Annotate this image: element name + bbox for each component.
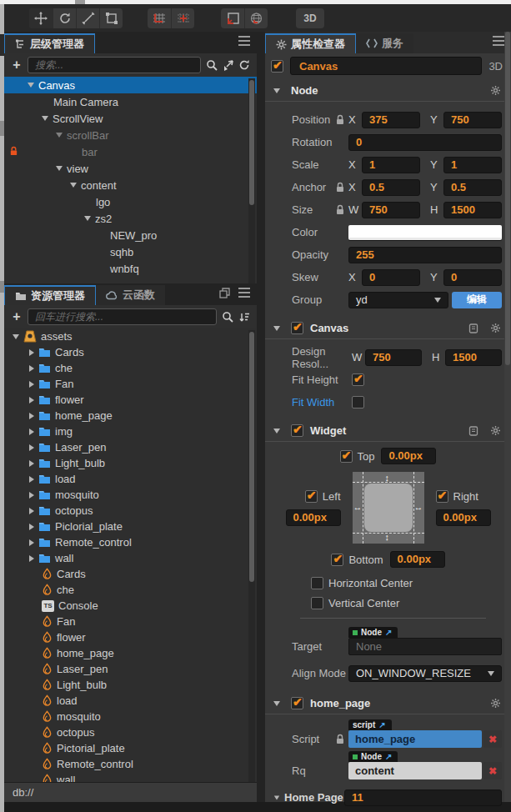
assets-scrollbar[interactable] bbox=[248, 330, 255, 782]
widget-top-checkbox[interactable] bbox=[340, 450, 353, 463]
external-link-icon[interactable]: ↗ bbox=[385, 628, 392, 637]
widget-enabled-checkbox[interactable] bbox=[291, 424, 303, 437]
collapse-arrow-icon[interactable] bbox=[273, 429, 280, 434]
gear-icon[interactable] bbox=[490, 85, 501, 96]
collapse-arrow-icon[interactable] bbox=[273, 326, 280, 331]
asset-folder-item[interactable]: che bbox=[4, 360, 257, 376]
hierarchy-node[interactable]: Main Camera bbox=[4, 93, 257, 110]
rotation-input[interactable]: 0 bbox=[348, 134, 502, 151]
hierarchy-node[interactable]: zs2 bbox=[4, 210, 257, 227]
gear-icon[interactable] bbox=[490, 698, 501, 709]
tab-cloud-functions[interactable]: 云函数 bbox=[96, 285, 165, 305]
widget-bottom-checkbox[interactable] bbox=[331, 554, 343, 566]
asset-file-item[interactable]: flower bbox=[4, 629, 257, 645]
external-link-icon[interactable]: ↗ bbox=[385, 752, 392, 761]
vertical-center-checkbox[interactable] bbox=[311, 597, 323, 609]
gear-icon[interactable] bbox=[490, 323, 501, 333]
asset-file-item[interactable]: Cards bbox=[4, 566, 257, 582]
popout-panel-icon[interactable] bbox=[219, 288, 230, 298]
asset-file-item[interactable]: mosquito bbox=[4, 709, 257, 724]
external-link-icon[interactable]: ↗ bbox=[378, 720, 385, 729]
section-header-canvas[interactable]: Canvas bbox=[265, 318, 511, 339]
tree-arrow-icon[interactable] bbox=[29, 539, 34, 546]
tree-arrow-icon[interactable] bbox=[42, 116, 48, 121]
tree-arrow-icon[interactable] bbox=[29, 429, 34, 435]
hierarchy-node[interactable]: Canvas bbox=[4, 77, 257, 93]
asset-folder-item[interactable]: Laser_pen bbox=[4, 439, 257, 455]
gear-icon[interactable] bbox=[490, 425, 501, 436]
design-h-input[interactable]: 1500 bbox=[445, 349, 502, 366]
section-header-widget[interactable]: Widget bbox=[265, 420, 511, 442]
remove-script-button[interactable]: ✖ bbox=[483, 730, 502, 748]
design-w-input[interactable]: 750 bbox=[365, 349, 422, 366]
asset-file-item[interactable]: home_page bbox=[4, 645, 257, 661]
asset-file-item[interactable]: octopus bbox=[4, 724, 257, 740]
align-mode-dropdown[interactable]: ON_WINDOW_RESIZE bbox=[348, 665, 502, 682]
assets-root-item[interactable]: assets bbox=[4, 328, 257, 344]
section-header-home-page[interactable]: home_page bbox=[265, 693, 511, 714]
refresh-icon[interactable] bbox=[238, 59, 250, 71]
globe-view-button[interactable] bbox=[244, 8, 268, 28]
inspector-scrollbar[interactable] bbox=[504, 32, 511, 802]
rect-tool-button[interactable] bbox=[99, 8, 123, 28]
tree-arrow-icon[interactable] bbox=[29, 381, 34, 388]
tree-arrow-icon[interactable] bbox=[29, 492, 34, 499]
hierarchy-node[interactable]: NEW_pro bbox=[4, 227, 257, 243]
scale-tool-button[interactable] bbox=[76, 8, 99, 28]
hierarchy-node[interactable]: sqhb bbox=[4, 243, 257, 260]
hierarchy-node[interactable]: wnbfq bbox=[4, 260, 257, 277]
hierarchy-node[interactable]: lgo bbox=[4, 193, 257, 210]
asset-file-item[interactable]: che bbox=[4, 582, 257, 598]
tree-arrow-icon[interactable] bbox=[29, 460, 34, 467]
tree-arrow-icon[interactable] bbox=[29, 476, 34, 483]
node-picker-icon[interactable] bbox=[223, 60, 233, 71]
sort-icon[interactable] bbox=[238, 312, 250, 323]
position-y-input[interactable]: 750 bbox=[443, 112, 502, 128]
asset-file-item[interactable]: wall bbox=[4, 772, 257, 782]
scale-y-input[interactable]: 1 bbox=[443, 157, 502, 173]
3d-mode-button[interactable]: 3D bbox=[296, 8, 324, 28]
assets-menu-icon[interactable] bbox=[238, 288, 250, 298]
canvas-enabled-checkbox[interactable] bbox=[291, 322, 303, 334]
rotate-tool-button[interactable] bbox=[53, 8, 76, 28]
search-icon[interactable] bbox=[206, 59, 218, 71]
asset-folder-item[interactable]: load bbox=[4, 471, 257, 487]
fit-width-checkbox[interactable] bbox=[352, 396, 364, 409]
anchor-y-input[interactable]: 0.5 bbox=[443, 179, 502, 196]
script-ref-field[interactable]: home_page bbox=[348, 730, 482, 748]
lock-icon[interactable] bbox=[335, 734, 345, 744]
color-swatch[interactable] bbox=[348, 225, 502, 240]
rect-view-button[interactable] bbox=[221, 8, 244, 28]
asset-file-item[interactable]: Laser_pen bbox=[4, 661, 257, 677]
hierarchy-menu-icon[interactable] bbox=[238, 36, 250, 46]
lock-icon[interactable] bbox=[335, 114, 345, 125]
asset-folder-item[interactable]: home_page bbox=[4, 408, 257, 424]
asset-folder-item[interactable]: Remote_control bbox=[4, 534, 257, 550]
asset-file-item[interactable]: load bbox=[4, 693, 257, 709]
inspector-menu-icon[interactable] bbox=[493, 36, 504, 46]
node-name-field[interactable]: Canvas bbox=[290, 57, 482, 75]
tab-hierarchy-manager[interactable]: 层级管理器 bbox=[4, 33, 95, 53]
node-active-checkbox[interactable] bbox=[271, 60, 283, 73]
tree-arrow-icon[interactable] bbox=[29, 349, 34, 356]
section-header-node[interactable]: Node bbox=[265, 80, 511, 102]
remove-rq-button[interactable]: ✖ bbox=[483, 762, 502, 779]
asset-folder-item[interactable]: flower bbox=[4, 392, 257, 408]
rq-node-field[interactable]: content bbox=[348, 762, 482, 779]
asset-folder-item[interactable]: Piclorial_plate bbox=[4, 519, 257, 534]
hierarchy-node[interactable]: scrollBar bbox=[4, 127, 257, 143]
add-node-button[interactable]: + bbox=[11, 58, 23, 73]
asset-file-item[interactable]: TS Console bbox=[4, 598, 257, 614]
hierarchy-node[interactable]: view bbox=[4, 160, 257, 177]
asset-folder-item[interactable]: img bbox=[4, 424, 257, 439]
opacity-input[interactable]: 255 bbox=[348, 247, 502, 263]
tab-services[interactable]: 服务 bbox=[356, 33, 413, 53]
tree-arrow-icon[interactable] bbox=[28, 83, 34, 88]
anchor-x-input[interactable]: 0.5 bbox=[362, 179, 420, 196]
hierarchy-scrollbar[interactable] bbox=[248, 78, 255, 283]
asset-file-item[interactable]: Fan bbox=[4, 614, 257, 629]
anchor-position-button[interactable] bbox=[171, 8, 194, 28]
asset-folder-item[interactable]: Fan bbox=[4, 376, 257, 392]
widget-right-checkbox[interactable] bbox=[436, 490, 448, 503]
lock-icon[interactable] bbox=[335, 204, 345, 215]
